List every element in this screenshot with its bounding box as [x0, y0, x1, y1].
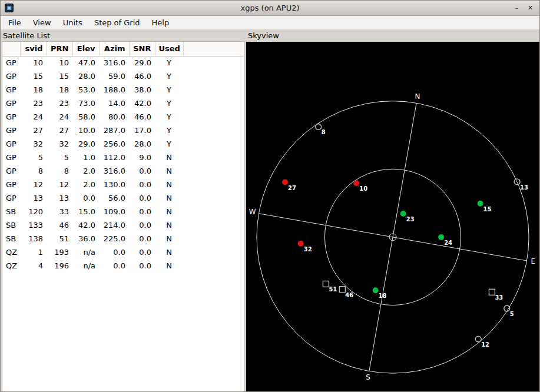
table-cell: 0.0	[129, 191, 155, 205]
table-cell: 23	[20, 97, 47, 110]
table-cell: 10	[47, 56, 72, 69]
titlebar[interactable]: ▣ xgps (on APU2) – ✕	[1, 1, 539, 16]
column-header-type[interactable]	[2, 42, 20, 56]
column-header-svid[interactable]: svid	[20, 42, 47, 56]
table-row[interactable]: GP13130.056.00.0N	[2, 191, 244, 205]
table-cell: Y	[155, 137, 183, 151]
table-cell: Y	[155, 56, 183, 69]
table-row[interactable]: SB1203315.0109.00.0N	[2, 205, 244, 218]
satellite-marker-12	[475, 336, 481, 342]
table-row[interactable]: GP272710.0287.017.0Y	[2, 124, 244, 137]
table-cell: 58.0	[72, 110, 99, 124]
table-row[interactable]: SB1385136.0225.00.0N	[2, 232, 244, 245]
table-cell: Y	[155, 83, 183, 97]
table-cell: 59.0	[99, 69, 129, 83]
table-cell-filler	[183, 259, 244, 273]
satellite-marker-46	[339, 287, 345, 293]
satellite-table-container[interactable]: svid PRN Elev Azim SNR Used GP101047.031…	[2, 41, 244, 391]
table-cell: 130.0	[99, 178, 129, 191]
table-row[interactable]: QZ4196n/a0.00.0N	[2, 259, 244, 273]
table-row[interactable]: GP232373.014.042.0Y	[2, 97, 244, 110]
table-cell: N	[155, 218, 183, 232]
menu-view[interactable]: View	[27, 16, 57, 29]
table-cell: GP	[2, 124, 20, 137]
table-row[interactable]: GP151528.059.046.0Y	[2, 69, 244, 83]
table-cell: GP	[2, 56, 20, 69]
satellite-marker-10	[353, 180, 359, 186]
table-row[interactable]: GP882.0316.00.0N	[2, 164, 244, 178]
table-cell: 5	[20, 151, 47, 164]
table-cell: QZ	[2, 245, 20, 259]
table-cell: GP	[2, 97, 20, 110]
skyview-canvas: NESW10151823242732581213334651	[246, 42, 539, 391]
table-cell: 214.0	[99, 218, 129, 232]
table-cell: N	[155, 151, 183, 164]
table-cell: 32	[47, 137, 72, 151]
table-cell: 0.0	[129, 205, 155, 218]
table-cell: 28.0	[72, 69, 99, 83]
table-cell: n/a	[72, 259, 99, 273]
column-header-prn[interactable]: PRN	[47, 42, 72, 56]
table-cell: GP	[2, 137, 20, 151]
table-cell: 287.0	[99, 124, 129, 137]
table-row[interactable]: QZ1193n/a0.00.0N	[2, 245, 244, 259]
table-cell: 12	[20, 178, 47, 191]
table-cell: 0.0	[99, 259, 129, 273]
table-cell: GP	[2, 164, 20, 178]
content-area: Satellite List svid PRN Elev	[1, 30, 539, 391]
table-cell: 15	[20, 69, 47, 83]
table-cell: GP	[2, 151, 20, 164]
menu-units[interactable]: Units	[57, 16, 88, 29]
column-header-elev[interactable]: Elev	[72, 42, 99, 56]
menu-help[interactable]: Help	[146, 16, 175, 29]
table-cell: GP	[2, 191, 20, 205]
table-cell: 109.0	[99, 205, 129, 218]
table-row[interactable]: GP551.0112.09.0N	[2, 151, 244, 164]
table-cell: 1	[20, 245, 47, 259]
table-cell: SB	[2, 232, 20, 245]
satellite-marker-24	[438, 234, 444, 240]
table-cell: N	[155, 178, 183, 191]
table-row[interactable]: GP242458.080.046.0Y	[2, 110, 244, 124]
table-cell: 29.0	[72, 137, 99, 151]
table-cell: 316.0	[99, 56, 129, 69]
table-cell-filler	[183, 232, 244, 245]
satellite-label-46: 46	[345, 292, 353, 298]
table-cell-filler	[183, 56, 244, 69]
table-row[interactable]: SB1334642.0214.00.0N	[2, 218, 244, 232]
table-row[interactable]: GP101047.0316.029.0Y	[2, 56, 244, 69]
column-header-azim[interactable]: Azim	[99, 42, 129, 56]
table-row[interactable]: GP12122.0130.00.0N	[2, 178, 244, 191]
table-cell-filler	[183, 97, 244, 110]
close-button[interactable]: ✕	[525, 3, 535, 13]
satellite-marker-18	[373, 287, 379, 293]
table-header-row: svid PRN Elev Azim SNR Used	[2, 42, 244, 56]
table-cell: 18	[20, 83, 47, 97]
table-cell: 42.0	[72, 218, 99, 232]
table-row[interactable]: GP181853.0188.038.0Y	[2, 83, 244, 97]
menu-file[interactable]: File	[2, 16, 27, 29]
table-cell-filler	[183, 178, 244, 191]
satellite-label-51: 51	[329, 286, 337, 293]
table-cell: 28.0	[129, 137, 155, 151]
satellite-label-13: 13	[520, 184, 528, 191]
table-cell: 193	[47, 245, 72, 259]
table-cell: 27	[20, 124, 47, 137]
table-cell: 0.0	[129, 164, 155, 178]
table-row[interactable]: GP323229.0256.028.0Y	[2, 137, 244, 151]
minimize-button[interactable]: –	[512, 3, 522, 13]
menu-step-of-grid[interactable]: Step of Grid	[88, 16, 146, 29]
table-cell: 13	[47, 191, 72, 205]
table-cell: 225.0	[99, 232, 129, 245]
satellite-label-24: 24	[444, 240, 452, 246]
table-cell: GP	[2, 69, 20, 83]
table-cell: 46.0	[129, 69, 155, 83]
table-cell: 47.0	[72, 56, 99, 69]
table-cell: 316.0	[99, 164, 129, 178]
column-header-used[interactable]: Used	[155, 42, 183, 56]
menubar: File View Units Step of Grid Help	[1, 16, 539, 30]
table-cell: 12	[47, 178, 72, 191]
satellite-marker-33	[489, 289, 495, 295]
table-cell: 9.0	[129, 151, 155, 164]
column-header-snr[interactable]: SNR	[129, 42, 155, 56]
